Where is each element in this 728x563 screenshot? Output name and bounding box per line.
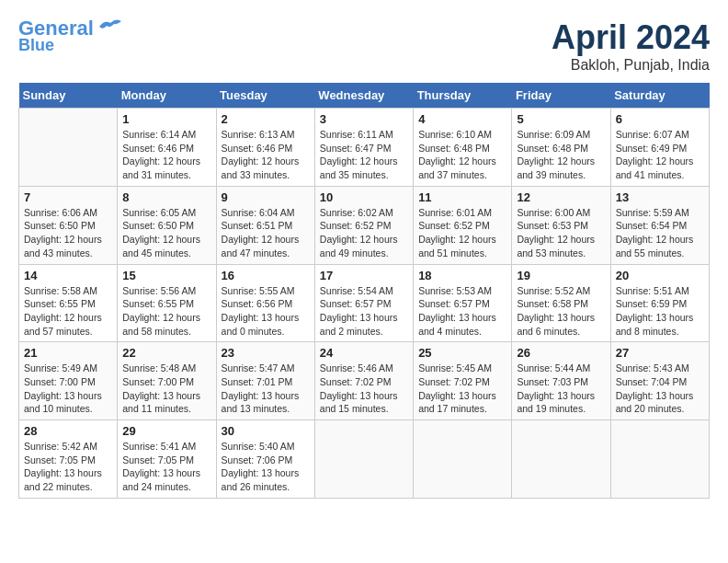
day-info: Sunrise: 5:45 AMSunset: 7:02 PMDaylight:… <box>418 362 506 416</box>
day-info: Sunrise: 6:09 AMSunset: 6:48 PMDaylight:… <box>517 128 605 182</box>
day-number: 14 <box>24 269 112 282</box>
day-number: 24 <box>320 346 408 360</box>
day-number: 18 <box>418 269 506 282</box>
calendar-table: SundayMondayTuesdayWednesdayThursdayFrid… <box>18 83 710 499</box>
day-number: 6 <box>616 112 704 126</box>
weekday-header-friday: Friday <box>512 83 610 109</box>
calendar-cell: 5Sunrise: 6:09 AMSunset: 6:48 PMDaylight… <box>512 109 610 187</box>
day-number: 28 <box>24 424 112 438</box>
calendar-cell: 18Sunrise: 5:53 AMSunset: 6:57 PMDayligh… <box>414 264 512 342</box>
logo-blue: Blue <box>18 37 54 53</box>
day-info: Sunrise: 6:04 AMSunset: 6:51 PMDaylight:… <box>222 206 310 260</box>
day-number: 17 <box>320 269 408 282</box>
page-header: General Blue April 2024 Bakloh, Punjab, … <box>18 18 710 74</box>
day-number: 30 <box>222 424 310 438</box>
calendar-cell: 4Sunrise: 6:10 AMSunset: 6:48 PMDaylight… <box>414 109 512 187</box>
weekday-header-monday: Monday <box>118 83 216 109</box>
day-number: 21 <box>24 346 112 360</box>
day-info: Sunrise: 6:14 AMSunset: 6:46 PMDaylight:… <box>122 128 210 182</box>
day-info: Sunrise: 5:43 AMSunset: 7:04 PMDaylight:… <box>616 362 704 416</box>
calendar-cell: 29Sunrise: 5:41 AMSunset: 7:05 PMDayligh… <box>118 420 216 499</box>
day-number: 8 <box>122 190 210 204</box>
calendar-cell: 22Sunrise: 5:48 AMSunset: 7:00 PMDayligh… <box>118 342 216 420</box>
weekday-header-row: SundayMondayTuesdayWednesdayThursdayFrid… <box>19 83 710 109</box>
calendar-cell <box>512 420 610 499</box>
calendar-cell: 9Sunrise: 6:04 AMSunset: 6:51 PMDaylight… <box>216 186 314 264</box>
calendar-cell <box>19 109 118 187</box>
calendar-week-2: 7Sunrise: 6:06 AMSunset: 6:50 PMDaylight… <box>19 186 710 264</box>
calendar-cell: 21Sunrise: 5:49 AMSunset: 7:00 PMDayligh… <box>19 342 118 420</box>
calendar-cell: 3Sunrise: 6:11 AMSunset: 6:47 PMDaylight… <box>314 109 413 187</box>
day-info: Sunrise: 5:53 AMSunset: 6:57 PMDaylight:… <box>418 284 506 339</box>
calendar-cell: 24Sunrise: 5:46 AMSunset: 7:02 PMDayligh… <box>314 342 413 420</box>
day-number: 19 <box>517 269 605 282</box>
logo: General Blue <box>18 18 123 53</box>
day-info: Sunrise: 6:06 AMSunset: 6:50 PMDaylight:… <box>24 206 112 260</box>
day-info: Sunrise: 5:49 AMSunset: 7:00 PMDaylight:… <box>24 362 112 416</box>
day-number: 25 <box>418 346 506 360</box>
month-title: April 2024 <box>552 18 710 57</box>
day-info: Sunrise: 5:52 AMSunset: 6:58 PMDaylight:… <box>517 284 605 339</box>
calendar-cell: 15Sunrise: 5:56 AMSunset: 6:55 PMDayligh… <box>118 264 216 342</box>
day-info: Sunrise: 5:58 AMSunset: 6:55 PMDaylight:… <box>24 284 112 339</box>
day-number: 4 <box>418 112 506 126</box>
calendar-week-3: 14Sunrise: 5:58 AMSunset: 6:55 PMDayligh… <box>19 264 710 342</box>
day-number: 22 <box>122 346 210 360</box>
day-number: 9 <box>222 190 310 204</box>
calendar-cell: 8Sunrise: 6:05 AMSunset: 6:50 PMDaylight… <box>118 186 216 264</box>
day-number: 13 <box>616 190 704 204</box>
day-info: Sunrise: 5:54 AMSunset: 6:57 PMDaylight:… <box>320 284 408 339</box>
calendar-cell: 16Sunrise: 5:55 AMSunset: 6:56 PMDayligh… <box>216 264 314 342</box>
calendar-cell <box>314 420 413 499</box>
day-info: Sunrise: 5:48 AMSunset: 7:00 PMDaylight:… <box>122 362 210 416</box>
day-info: Sunrise: 6:13 AMSunset: 6:46 PMDaylight:… <box>222 128 310 182</box>
logo-bird-icon <box>97 17 123 36</box>
day-info: Sunrise: 5:42 AMSunset: 7:05 PMDaylight:… <box>24 440 112 494</box>
calendar-cell: 27Sunrise: 5:43 AMSunset: 7:04 PMDayligh… <box>610 342 709 420</box>
day-info: Sunrise: 6:07 AMSunset: 6:49 PMDaylight:… <box>616 128 704 182</box>
day-number: 15 <box>122 269 210 282</box>
calendar-cell: 10Sunrise: 6:02 AMSunset: 6:52 PMDayligh… <box>314 186 413 264</box>
day-info: Sunrise: 5:46 AMSunset: 7:02 PMDaylight:… <box>320 362 408 416</box>
calendar-week-4: 21Sunrise: 5:49 AMSunset: 7:00 PMDayligh… <box>19 342 710 420</box>
calendar-cell <box>414 420 512 499</box>
calendar-cell: 26Sunrise: 5:44 AMSunset: 7:03 PMDayligh… <box>512 342 610 420</box>
calendar-cell: 7Sunrise: 6:06 AMSunset: 6:50 PMDaylight… <box>19 186 118 264</box>
calendar-cell: 20Sunrise: 5:51 AMSunset: 6:59 PMDayligh… <box>610 264 709 342</box>
weekday-header-sunday: Sunday <box>19 83 118 109</box>
day-info: Sunrise: 6:01 AMSunset: 6:52 PMDaylight:… <box>418 206 506 260</box>
weekday-header-thursday: Thursday <box>414 83 512 109</box>
calendar-cell: 19Sunrise: 5:52 AMSunset: 6:58 PMDayligh… <box>512 264 610 342</box>
calendar-cell: 1Sunrise: 6:14 AMSunset: 6:46 PMDaylight… <box>118 109 216 187</box>
calendar-cell: 14Sunrise: 5:58 AMSunset: 6:55 PMDayligh… <box>19 264 118 342</box>
day-number: 1 <box>122 112 210 126</box>
day-number: 5 <box>517 112 605 126</box>
day-info: Sunrise: 5:44 AMSunset: 7:03 PMDaylight:… <box>517 362 605 416</box>
day-number: 16 <box>222 269 310 282</box>
day-number: 20 <box>616 269 704 282</box>
day-number: 11 <box>418 190 506 204</box>
day-info: Sunrise: 6:05 AMSunset: 6:50 PMDaylight:… <box>122 206 210 260</box>
calendar-cell: 2Sunrise: 6:13 AMSunset: 6:46 PMDaylight… <box>216 109 314 187</box>
title-area: April 2024 Bakloh, Punjab, India <box>552 18 710 74</box>
calendar-week-1: 1Sunrise: 6:14 AMSunset: 6:46 PMDaylight… <box>19 109 710 187</box>
day-number: 2 <box>222 112 310 126</box>
calendar-cell: 13Sunrise: 5:59 AMSunset: 6:54 PMDayligh… <box>610 186 709 264</box>
calendar-cell: 25Sunrise: 5:45 AMSunset: 7:02 PMDayligh… <box>414 342 512 420</box>
day-info: Sunrise: 6:00 AMSunset: 6:53 PMDaylight:… <box>517 206 605 260</box>
day-info: Sunrise: 5:41 AMSunset: 7:05 PMDaylight:… <box>122 440 210 494</box>
day-info: Sunrise: 5:47 AMSunset: 7:01 PMDaylight:… <box>222 362 310 416</box>
day-info: Sunrise: 6:10 AMSunset: 6:48 PMDaylight:… <box>418 128 506 182</box>
weekday-header-tuesday: Tuesday <box>216 83 314 109</box>
calendar-cell: 23Sunrise: 5:47 AMSunset: 7:01 PMDayligh… <box>216 342 314 420</box>
day-info: Sunrise: 5:51 AMSunset: 6:59 PMDaylight:… <box>616 284 704 339</box>
day-number: 12 <box>517 190 605 204</box>
weekday-header-wednesday: Wednesday <box>314 83 413 109</box>
day-number: 23 <box>222 346 310 360</box>
calendar-cell: 17Sunrise: 5:54 AMSunset: 6:57 PMDayligh… <box>314 264 413 342</box>
day-info: Sunrise: 5:55 AMSunset: 6:56 PMDaylight:… <box>222 284 310 339</box>
day-info: Sunrise: 5:40 AMSunset: 7:06 PMDaylight:… <box>222 440 310 494</box>
day-number: 26 <box>517 346 605 360</box>
day-info: Sunrise: 5:59 AMSunset: 6:54 PMDaylight:… <box>616 206 704 260</box>
day-info: Sunrise: 5:56 AMSunset: 6:55 PMDaylight:… <box>122 284 210 339</box>
